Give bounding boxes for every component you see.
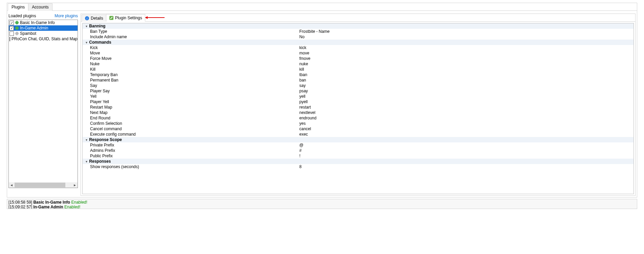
setting-row[interactable]: Confirm Selectionyes (83, 121, 634, 126)
setting-row[interactable]: Next Mapnextlevel (83, 110, 634, 115)
setting-value[interactable]: yes (299, 121, 634, 126)
tab-plugins[interactable]: Plugins (8, 3, 28, 11)
setting-value[interactable]: exec (299, 132, 634, 137)
setting-row[interactable]: Include Admin nameNo (83, 34, 634, 40)
left-panel: Loaded plugins More plugins ✓Basic In-Ga… (8, 14, 78, 196)
setting-row[interactable]: Temporary Bantban (83, 72, 634, 77)
setting-key: Player Yell (83, 99, 299, 105)
setting-key: Next Map (83, 110, 299, 115)
setting-row[interactable]: Killkill (83, 67, 634, 72)
setting-value[interactable]: kick (299, 45, 634, 50)
setting-key: Cancel command (83, 126, 299, 132)
sub-tabs: i Details Plugin Settings (81, 14, 635, 22)
setting-value[interactable]: say (299, 83, 634, 88)
log-line: [15:08:58 59] Basic In-Game Info Enabled… (8, 200, 636, 205)
setting-value[interactable]: restart (299, 105, 634, 110)
plugin-checkbox[interactable]: ✓ (9, 21, 14, 25)
setting-row[interactable]: Player Saypsay (83, 88, 634, 94)
setting-row[interactable]: Kickkick (83, 45, 634, 50)
setting-value[interactable]: kill (299, 67, 634, 72)
setting-row[interactable]: Cancel commandcancel (83, 126, 634, 132)
scroll-thumb[interactable] (15, 183, 65, 187)
setting-row[interactable]: Movemove (83, 50, 634, 56)
setting-key: Ban Type (83, 29, 299, 34)
plugin-checkbox[interactable]: ✓ (9, 26, 14, 30)
puzzle-icon (15, 31, 19, 36)
wrench-icon (109, 16, 114, 20)
plugin-list-scroll[interactable]: ◂ ▸ (9, 182, 78, 188)
setting-value[interactable]: @ (299, 142, 634, 148)
log-panel: [15:08:58 59] Basic In-Game Info Enabled… (7, 199, 637, 209)
setting-row[interactable]: Execute config commandexec (83, 132, 634, 137)
setting-row[interactable]: Public Prefix! (83, 153, 634, 159)
setting-value[interactable]: fmove (299, 56, 634, 61)
setting-key: Include Admin name (83, 34, 299, 40)
category-row[interactable]: ▾ Commands (83, 40, 634, 45)
more-plugins-link[interactable]: More plugins (55, 14, 78, 18)
setting-key: Confirm Selection (83, 121, 299, 126)
setting-key: Nuke (83, 61, 299, 67)
setting-value[interactable]: tban (299, 72, 634, 77)
plugin-list[interactable]: ✓Basic In-Game Info✓In-Game AdminSpambot… (8, 20, 78, 188)
setting-value[interactable]: cancel (299, 126, 634, 132)
plugin-item[interactable]: ✓In-Game Admin (9, 25, 78, 31)
setting-row[interactable]: Permanent Banban (83, 77, 634, 83)
tab-plugin-settings[interactable]: Plugin Settings (106, 14, 145, 22)
setting-row[interactable]: Yellyell (83, 94, 634, 99)
tab-plugin-settings-label: Plugin Settings (115, 16, 142, 20)
tab-accounts[interactable]: Accounts (28, 3, 52, 11)
chevron-down-icon: ▾ (85, 160, 88, 163)
info-icon: i (85, 16, 89, 21)
setting-value[interactable]: # (299, 148, 634, 153)
setting-value[interactable]: psay (299, 88, 634, 94)
setting-key: Force Move (83, 56, 299, 61)
setting-value[interactable]: nextlevel (299, 110, 634, 115)
setting-value[interactable]: nuke (299, 61, 634, 67)
plugin-item[interactable]: Spambot (9, 31, 78, 36)
setting-key: Temporary Ban (83, 72, 299, 77)
setting-key: Say (83, 83, 299, 88)
setting-row[interactable]: Force Movefmove (83, 56, 634, 61)
plugin-checkbox[interactable] (9, 37, 10, 41)
setting-row[interactable]: Restart Maprestart (83, 105, 634, 110)
setting-key: Execute config command (83, 132, 299, 137)
log-line: [15:09:02 57] In-Game Admin Enabled! (8, 205, 636, 209)
chevron-down-icon: ▾ (85, 41, 88, 44)
puzzle-icon (15, 20, 19, 25)
loaded-plugins-label: Loaded plugins (8, 14, 36, 18)
setting-value[interactable]: move (299, 50, 634, 56)
setting-key: Kill (83, 67, 299, 72)
setting-value[interactable]: ! (299, 153, 634, 159)
top-tabs: Plugins Accounts (7, 3, 637, 11)
setting-key: Player Say (83, 88, 299, 94)
plugin-item[interactable]: ✓Basic In-Game Info (9, 20, 78, 25)
setting-value[interactable]: No (299, 34, 634, 40)
setting-key: Kick (83, 45, 299, 50)
setting-key: Permanent Ban (83, 77, 299, 83)
plugin-label: Spambot (20, 31, 36, 36)
setting-row[interactable]: Private Prefix@ (83, 142, 634, 148)
setting-value[interactable]: pyell (299, 99, 634, 105)
plugin-checkbox[interactable] (9, 31, 14, 36)
setting-row[interactable]: Show responses (seconds)8 (83, 164, 634, 169)
setting-row[interactable]: End Roundendround (83, 115, 634, 121)
setting-key: Admins Prefix (83, 148, 299, 153)
setting-value[interactable]: ban (299, 77, 634, 83)
category-row[interactable]: ▾ Banning (83, 23, 634, 29)
category-row[interactable]: ▾ Response Scope (83, 137, 634, 142)
tab-details-label: Details (91, 16, 103, 21)
category-row[interactable]: ▾ Responses (83, 159, 634, 164)
setting-row[interactable]: Saysay (83, 83, 634, 88)
plugin-item[interactable]: PRoCon Chat, GUID, Stats and Map Logger (9, 36, 78, 42)
setting-value[interactable]: Frostbite - Name (299, 29, 634, 34)
plugin-label: Basic In-Game Info (20, 20, 55, 25)
setting-value[interactable]: endround (299, 115, 634, 121)
setting-row[interactable]: Nukenuke (83, 61, 634, 67)
setting-row[interactable]: Admins Prefix# (83, 148, 634, 153)
tab-details[interactable]: i Details (82, 15, 106, 22)
setting-value[interactable]: 8 (299, 164, 634, 169)
settings-grid[interactable]: ▾ BanningBan TypeFrostbite - NameInclude… (82, 23, 634, 194)
setting-row[interactable]: Ban TypeFrostbite - Name (83, 29, 634, 34)
setting-row[interactable]: Player Yellpyell (83, 99, 634, 105)
setting-value[interactable]: yell (299, 94, 634, 99)
